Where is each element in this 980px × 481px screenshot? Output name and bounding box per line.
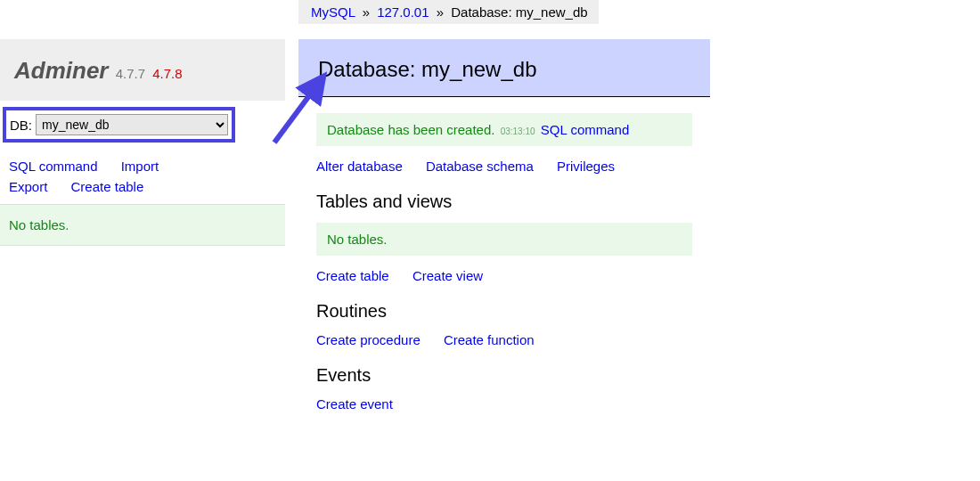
- sidebar-link-export[interactable]: Export: [9, 177, 47, 198]
- notice-sql-command-link[interactable]: SQL command: [541, 122, 630, 137]
- main: Database: my_new_db Database has been cr…: [298, 39, 710, 412]
- database-schema-link[interactable]: Database schema: [426, 159, 534, 174]
- section-tables-views: Tables and views: [316, 192, 692, 212]
- brand-update-version[interactable]: 4.7.8: [149, 66, 182, 81]
- table-action-links: Create table Create view: [316, 268, 692, 283]
- create-table-link[interactable]: Create table: [316, 268, 389, 283]
- sidebar-link-create-table[interactable]: Create table: [71, 177, 144, 198]
- section-routines: Routines: [316, 301, 692, 322]
- page-title: Database: my_new_db: [298, 39, 710, 97]
- notice-time: 03:13:10: [499, 126, 537, 136]
- sidebar: Adminer 4.7.7 4.7.8 DB: my_new_db SQL co…: [0, 39, 285, 246]
- privileges-link[interactable]: Privileges: [557, 159, 615, 174]
- breadcrumb-sep: »: [433, 4, 447, 20]
- main-content: Database has been created. 03:13:10 SQL …: [298, 97, 710, 412]
- notice-text: Database has been created.: [327, 122, 494, 137]
- section-events: Events: [316, 365, 692, 386]
- breadcrumb-sep: »: [359, 4, 373, 20]
- create-function-link[interactable]: Create function: [444, 332, 535, 347]
- notice-db-created: Database has been created. 03:13:10 SQL …: [316, 113, 692, 146]
- no-tables-msg: No tables.: [316, 223, 692, 256]
- breadcrumb-host-link[interactable]: 127.0.01: [377, 4, 429, 20]
- breadcrumb: MySQL » 127.0.01 » Database: my_new_db: [298, 0, 599, 24]
- brand-name: Adminer: [14, 57, 108, 84]
- create-view-link[interactable]: Create view: [412, 268, 483, 283]
- sidebar-no-tables-msg: No tables.: [0, 205, 285, 246]
- sidebar-link-import[interactable]: Import: [121, 157, 159, 177]
- db-select-label: DB:: [10, 118, 32, 133]
- sidebar-links: SQL command Import Export Create table: [0, 148, 285, 205]
- brand-box: Adminer 4.7.7 4.7.8: [0, 39, 285, 101]
- db-selector-highlight: DB: my_new_db: [3, 107, 235, 143]
- create-event-link[interactable]: Create event: [316, 396, 393, 412]
- sidebar-link-sql-command[interactable]: SQL command: [9, 157, 98, 177]
- alter-database-link[interactable]: Alter database: [316, 159, 403, 174]
- db-select[interactable]: my_new_db: [36, 114, 228, 135]
- routine-action-links: Create procedure Create function: [316, 332, 692, 347]
- create-procedure-link[interactable]: Create procedure: [316, 332, 421, 347]
- breadcrumb-driver-link[interactable]: MySQL: [311, 4, 355, 20]
- brand-version: 4.7.7: [112, 66, 145, 81]
- event-action-links: Create event: [316, 396, 692, 412]
- breadcrumb-current: Database: my_new_db: [451, 4, 587, 20]
- db-action-links: Alter database Database schema Privilege…: [316, 159, 692, 174]
